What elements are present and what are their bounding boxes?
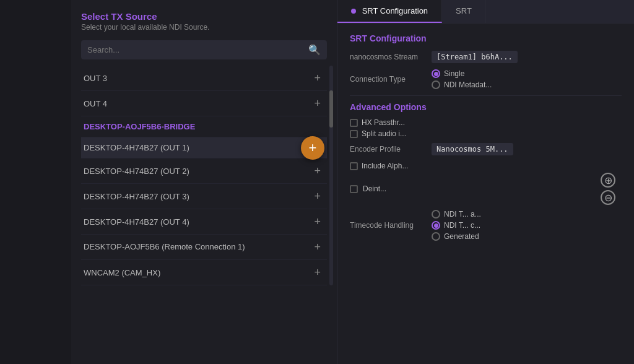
source-item-out4[interactable]: OUT 4 + — [81, 91, 327, 116]
zoom-in-icon[interactable]: ⊕ — [601, 173, 615, 188]
checkbox-split-audio[interactable]: Split audio i... — [350, 129, 622, 138]
source-list-wrapper: OUT 3 + OUT 4 + DESKTOP-AOJF5B6-BRIDGE D… — [81, 66, 327, 285]
add-out1-orange-button[interactable]: + — [301, 136, 324, 160]
connection-type-row: Connection Type Single NDI Metadat... — [350, 69, 622, 89]
search-bar[interactable]: 🔍 — [81, 40, 327, 59]
scrollbar-track[interactable] — [329, 66, 333, 285]
source-item-label: DESKTOP-4H74B27 (OUT 1) — [84, 143, 189, 152]
source-item-label: DESKTOP-AOJF5B6-BRIDGE — [84, 122, 195, 131]
search-icon[interactable]: 🔍 — [308, 44, 321, 56]
connection-type-options: Single NDI Metadat... — [432, 69, 492, 89]
add-d-out4-button[interactable]: + — [310, 215, 324, 228]
tab-srt-label: SRT — [456, 6, 472, 15]
source-item-remote[interactable]: DESKTOP-AOJF5B6 (Remote Connection 1) + — [81, 235, 327, 260]
tab-srt-configuration[interactable]: SRT Configuration — [337, 0, 442, 23]
checkbox-deint-label: Deint... — [363, 184, 386, 193]
add-out2-button[interactable]: + — [310, 164, 324, 178]
radio-generated[interactable]: Generated — [432, 232, 481, 241]
timecode-options: NDI T... a... NDI T... c... Generated — [432, 210, 481, 241]
divider-1 — [350, 95, 622, 96]
source-item-out3[interactable]: OUT 3 + — [81, 66, 327, 91]
source-item-label: DESKTOP-4H74B27 (OUT 4) — [84, 217, 189, 227]
checkbox-hx-label: HX Passthr... — [362, 118, 405, 127]
config-section-title: SRT Configuration — [350, 33, 622, 43]
source-item-label: OUT 3 — [84, 74, 107, 83]
timecode-row: Timecode Handling NDI T... a... NDI T...… — [350, 210, 622, 241]
nanocosmos-stream-label: nanocosmos Stream — [350, 53, 424, 61]
scrollbar-thumb[interactable] — [329, 90, 333, 128]
checkbox-alpha-box — [350, 162, 358, 170]
checkbox-alpha-label: Include Alph... — [362, 162, 408, 170]
encoder-profile-value: Nanocosmos 5M... — [432, 143, 513, 155]
radio-ndi-t2-circle — [432, 221, 440, 230]
encoder-profile-label: Encoder Profile — [350, 145, 424, 154]
radio-generated-circle — [432, 232, 440, 241]
config-panel: SRT Configuration SRT SRT Configuration … — [337, 0, 634, 364]
source-item-wncam2[interactable]: WNCAM2 (CAM_HX) + — [81, 260, 327, 285]
source-item-label: DESKTOP-AOJF5B6 (Remote Connection 1) — [84, 242, 245, 253]
checkbox-include-alpha[interactable]: Include Alph... — [350, 162, 622, 170]
source-panel-header: Select TX Source Select your local avail… — [81, 11, 327, 32]
source-item-d-out4[interactable]: DESKTOP-4H74B27 (OUT 4) + — [81, 209, 327, 235]
tab-srt-config-label: SRT Configuration — [362, 6, 428, 15]
add-wncam2-button[interactable]: + — [310, 266, 324, 279]
checkbox-hx-box — [350, 119, 358, 127]
nanocosmos-stream-row: nanocosmos Stream [Stream1] b6hA... — [350, 51, 622, 63]
radio-single-circle — [432, 69, 440, 78]
radio-ndi-t1[interactable]: NDI T... a... — [432, 210, 481, 219]
radio-generated-label: Generated — [444, 232, 479, 241]
zoom-out-icon[interactable]: ⊖ — [601, 190, 615, 205]
timecode-label: Timecode Handling — [350, 221, 424, 230]
source-panel: Select TX Source Select your local avail… — [71, 0, 337, 364]
radio-ndi-t1-label: NDI T... a... — [444, 210, 481, 219]
checkbox-deint-box — [350, 185, 358, 193]
connection-type-label: Connection Type — [350, 75, 424, 84]
add-out4-button[interactable]: + — [310, 97, 324, 110]
config-tabs: SRT Configuration SRT — [337, 0, 634, 24]
radio-ndi-circle — [432, 80, 440, 89]
radio-single-label: Single — [444, 69, 464, 78]
source-panel-title: Select TX Source — [81, 11, 327, 22]
radio-ndi-label: NDI Metadat... — [444, 80, 492, 89]
radio-ndi-t1-circle — [432, 210, 440, 219]
source-item-out1[interactable]: DESKTOP-4H74B27 (OUT 1) + — [81, 137, 327, 158]
source-item-label: DESKTOP-4H74B27 (OUT 2) — [84, 167, 189, 176]
checkbox-split-box — [350, 130, 358, 138]
checkbox-deinterlace[interactable]: Deint... ⊕ ⊖ — [350, 173, 622, 205]
radio-ndi-t2-label: NDI T... c... — [444, 221, 480, 230]
checkbox-split-label: Split audio i... — [362, 129, 406, 138]
search-input[interactable] — [87, 45, 308, 54]
source-panel-subtitle: Select your local available NDI Source. — [81, 23, 327, 32]
main-content: Select TX Source Select your local avail… — [71, 0, 634, 364]
config-body: SRT Configuration nanocosmos Stream [Str… — [337, 24, 634, 364]
source-list-items: OUT 3 + OUT 4 + DESKTOP-AOJF5B6-BRIDGE D… — [81, 66, 327, 285]
add-remote-button[interactable]: + — [310, 240, 324, 254]
radio-single[interactable]: Single — [432, 69, 492, 78]
source-item-d-out3[interactable]: DESKTOP-4H74B27 (OUT 3) + — [81, 184, 327, 209]
tab-srt[interactable]: SRT — [442, 0, 486, 23]
source-item-label: WNCAM2 (CAM_HX) — [84, 268, 160, 277]
source-item-out2[interactable]: DESKTOP-4H74B27 (OUT 2) + — [81, 158, 327, 184]
checkbox-hx-passthrough[interactable]: HX Passthr... — [350, 118, 622, 127]
radio-ndi-metadata[interactable]: NDI Metadat... — [432, 80, 492, 89]
source-item-label: DESKTOP-4H74B27 (OUT 3) — [84, 192, 189, 201]
encoder-profile-row: Encoder Profile Nanocosmos 5M... — [350, 143, 622, 155]
add-d-out3-button[interactable]: + — [310, 189, 324, 203]
source-item-bridge[interactable]: DESKTOP-AOJF5B6-BRIDGE — [81, 116, 327, 137]
stream-tag: [Stream1] b6hA... — [432, 51, 518, 63]
radio-ndi-t2[interactable]: NDI T... c... — [432, 221, 481, 230]
active-tab-dot — [351, 9, 356, 14]
left-sidebar — [0, 0, 71, 364]
advanced-options-title: Advanced Options — [350, 102, 622, 112]
add-out3-button[interactable]: + — [310, 71, 324, 85]
source-item-label: OUT 4 — [84, 99, 107, 108]
